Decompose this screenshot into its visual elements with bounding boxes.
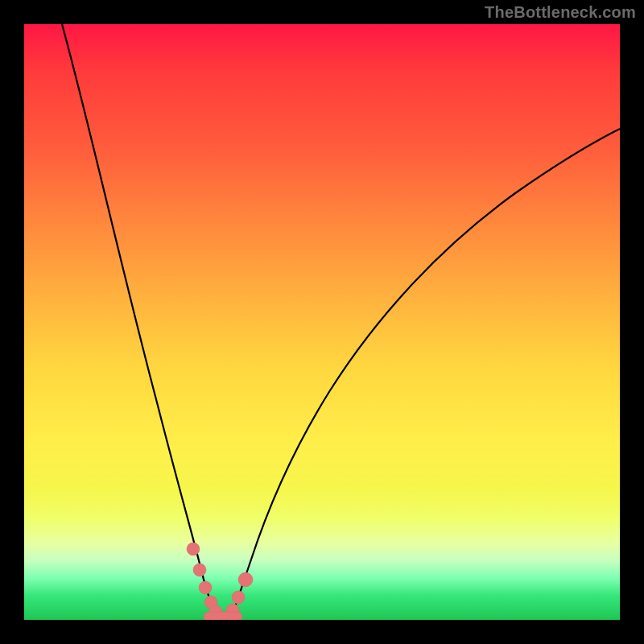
marker-dot	[232, 591, 245, 604]
curve-left-branch	[62, 24, 218, 620]
curve-layer	[24, 24, 620, 620]
chart-frame: TheBottleneck.com	[0, 0, 644, 644]
marker-dot	[238, 572, 253, 587]
plot-area	[24, 24, 620, 620]
trough-marker-bar	[204, 612, 242, 620]
curve-right-branch	[230, 129, 620, 620]
marker-dot	[193, 564, 206, 576]
marker-dot	[199, 581, 212, 594]
watermark-label: TheBottleneck.com	[485, 3, 636, 22]
marker-dot	[187, 543, 200, 555]
